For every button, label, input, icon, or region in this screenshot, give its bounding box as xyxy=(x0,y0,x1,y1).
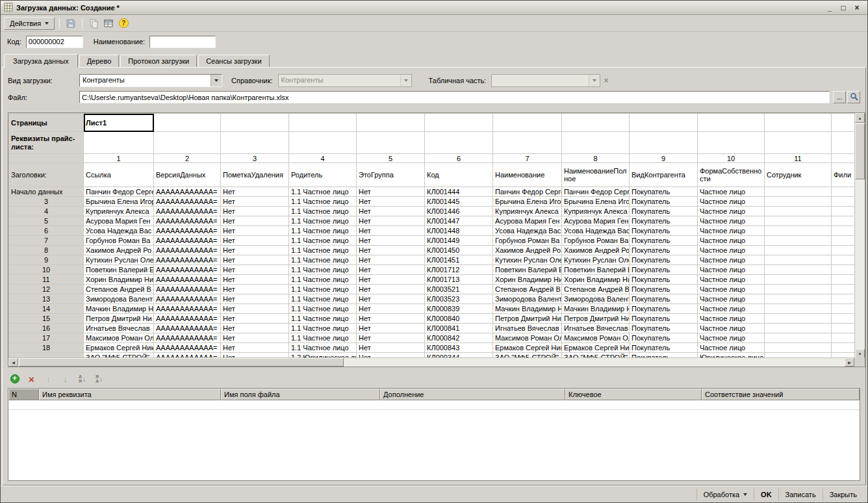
grid-cell[interactable]: Покупатель xyxy=(630,255,698,265)
grid-cell[interactable]: Максимов Роман Ол xyxy=(493,333,562,343)
grid-cell[interactable]: Нет xyxy=(357,265,425,275)
horizontal-scrollbar[interactable]: ◀ ▶ xyxy=(8,357,854,367)
grid-cell[interactable]: Мачкин Владимир Н xyxy=(493,304,562,314)
grid-cell[interactable] xyxy=(765,275,832,285)
sort-descending-icon[interactable]: ЯА↓ xyxy=(94,374,105,385)
grid-cell[interactable]: Усова Надежда Вас xyxy=(493,226,562,236)
grid-cell[interactable]: Нет xyxy=(357,304,425,314)
grid-cell[interactable]: Ермаков Сергей Ник xyxy=(493,343,562,353)
grid-cell[interactable]: Нет xyxy=(357,343,425,353)
column-number-cell[interactable]: 9 xyxy=(630,154,698,163)
ok-button[interactable]: OK xyxy=(754,489,778,500)
grid-cell[interactable]: 1.1 Частное лицо xyxy=(289,197,357,207)
vertical-scrollbar-thumb[interactable] xyxy=(855,123,865,179)
row-label-cell[interactable]: 10 xyxy=(9,265,84,275)
grid-cell[interactable]: 1.1 Частное лицо xyxy=(289,265,357,275)
grid-cell[interactable]: AAAAAAAAAAAA= xyxy=(154,314,221,324)
grid-cell[interactable]: 1.1 Частное лицо xyxy=(289,314,357,324)
grid-cell[interactable]: КЛ000841 xyxy=(425,324,493,333)
grid-cell[interactable]: Частное лицо xyxy=(698,294,765,304)
empty-cell[interactable] xyxy=(832,114,855,132)
grid-cell[interactable]: Частное лицо xyxy=(698,236,765,246)
row-label-cell[interactable]: 4 xyxy=(9,207,84,216)
grid-cell[interactable]: Частное лицо xyxy=(698,207,765,216)
grid-cell[interactable]: Панчин Федор Серге xyxy=(84,187,154,197)
grid-cell[interactable]: Покупатель xyxy=(630,343,698,353)
column-header-cell[interactable]: Код xyxy=(425,163,493,187)
grid-cell[interactable]: Степанов Андрей В xyxy=(84,285,154,294)
grid-cell[interactable]: КЛ001451 xyxy=(425,255,493,265)
grid-cell[interactable] xyxy=(765,294,832,304)
column-number-cell[interactable]: 8 xyxy=(562,154,630,163)
grid-cell[interactable]: Кутихин Руслан Оле xyxy=(493,255,562,265)
grid-cell[interactable]: Нет xyxy=(221,265,289,275)
grid-cell[interactable]: Степанов Андрей В xyxy=(493,285,562,294)
write-button[interactable]: Записать xyxy=(778,489,823,500)
grid-cell[interactable]: Нет xyxy=(221,294,289,304)
grid-cell[interactable] xyxy=(765,333,832,343)
row-label-cell[interactable]: 17 xyxy=(9,333,84,343)
grid-cell[interactable]: Нет xyxy=(357,294,425,304)
grid-cell[interactable]: AAAAAAAAAAAA= xyxy=(154,207,221,216)
grid-cell[interactable]: Брычина Елена Игор xyxy=(84,197,154,207)
grid-cell[interactable]: Асурова Мария Ген xyxy=(84,216,154,226)
grid-cell[interactable]: КЛ001447 xyxy=(425,216,493,226)
column-header-cell[interactable]: ПометкаУдаления xyxy=(221,163,289,187)
grid-cell[interactable]: AAAAAAAAAAAA= xyxy=(154,285,221,294)
grid-cell[interactable]: Нет xyxy=(221,187,289,197)
empty-cell[interactable] xyxy=(357,132,425,154)
grid-cell[interactable]: Частное лицо xyxy=(698,304,765,314)
grid-cell[interactable]: Покупатель xyxy=(630,226,698,236)
grid-cell[interactable] xyxy=(765,304,832,314)
grid-cell[interactable] xyxy=(832,314,855,324)
empty-cell[interactable] xyxy=(493,132,562,154)
grid-cell[interactable]: Покупатель xyxy=(630,314,698,324)
grid-cell[interactable]: Покупатель xyxy=(630,285,698,294)
actions-button[interactable]: Действия xyxy=(4,17,55,30)
column-number-cell[interactable]: 5 xyxy=(357,154,425,163)
grid-cell[interactable]: Нет xyxy=(357,197,425,207)
vertical-scrollbar[interactable]: ▲ ▼ xyxy=(854,113,865,359)
table-structure-icon[interactable] xyxy=(102,17,115,30)
grid-cell[interactable]: Мачкин Владимир Н xyxy=(562,304,630,314)
row-label-cell[interactable]: 16 xyxy=(9,324,84,333)
grid-cell[interactable]: AAAAAAAAAAAA= xyxy=(154,304,221,314)
grid-cell[interactable]: Брычина Елена Игор xyxy=(493,197,562,207)
column-header-cell[interactable]: ФормаСобственности xyxy=(698,163,765,187)
grid-cell[interactable] xyxy=(765,265,832,275)
file-search-button[interactable] xyxy=(847,91,860,103)
grid-cell[interactable]: Покупатель xyxy=(630,187,698,197)
help-icon[interactable]: ? xyxy=(117,17,130,30)
empty-cell[interactable] xyxy=(765,114,832,132)
grid-cell[interactable]: Нет xyxy=(357,207,425,216)
grid-cell[interactable]: Частное лицо xyxy=(698,226,765,236)
grid-cell[interactable]: Поветкин Валерий Е xyxy=(493,265,562,275)
column-number-cell[interactable]: 2 xyxy=(154,154,221,163)
grid-cell[interactable]: КЛ001713 xyxy=(425,275,493,285)
grid-cell[interactable]: Нет xyxy=(357,226,425,236)
grid-cell[interactable]: Частное лицо xyxy=(698,255,765,265)
column-header-cell[interactable]: ЭтоГруппа xyxy=(357,163,425,187)
grid-cell[interactable]: Ермаков Сергей Ник xyxy=(84,343,154,353)
grid-cell[interactable]: Покупатель xyxy=(630,216,698,226)
row-label-cell[interactable]: 6 xyxy=(9,226,84,236)
code-input[interactable] xyxy=(26,36,83,48)
column-header-cell[interactable]: Родитель xyxy=(289,163,357,187)
grid-cell[interactable]: КЛ000840 xyxy=(425,314,493,324)
grid-cell[interactable]: AAAAAAAAAAAA= xyxy=(154,197,221,207)
row-label-cell[interactable]: 11 xyxy=(9,275,84,285)
grid-cell[interactable]: КЛ003523 xyxy=(425,294,493,304)
scroll-up-icon[interactable]: ▲ xyxy=(855,113,865,123)
empty-cell[interactable] xyxy=(425,114,493,132)
grid-cell[interactable] xyxy=(832,333,855,343)
row-label-cell[interactable]: 15 xyxy=(9,314,84,324)
pages-label[interactable]: Страницы xyxy=(9,114,84,132)
grid-cell[interactable] xyxy=(832,216,855,226)
grid-cell[interactable]: Нет xyxy=(221,285,289,294)
sort-ascending-icon[interactable]: АЯ↓ xyxy=(77,374,88,385)
grid-cell[interactable]: 1.1 Частное лицо xyxy=(289,304,357,314)
empty-cell[interactable] xyxy=(562,132,630,154)
grid-cell[interactable]: Брычина Елена Игор xyxy=(562,197,630,207)
grid-cell[interactable]: Нет xyxy=(357,314,425,324)
grid-cell[interactable]: Зимородова Валент xyxy=(84,294,154,304)
